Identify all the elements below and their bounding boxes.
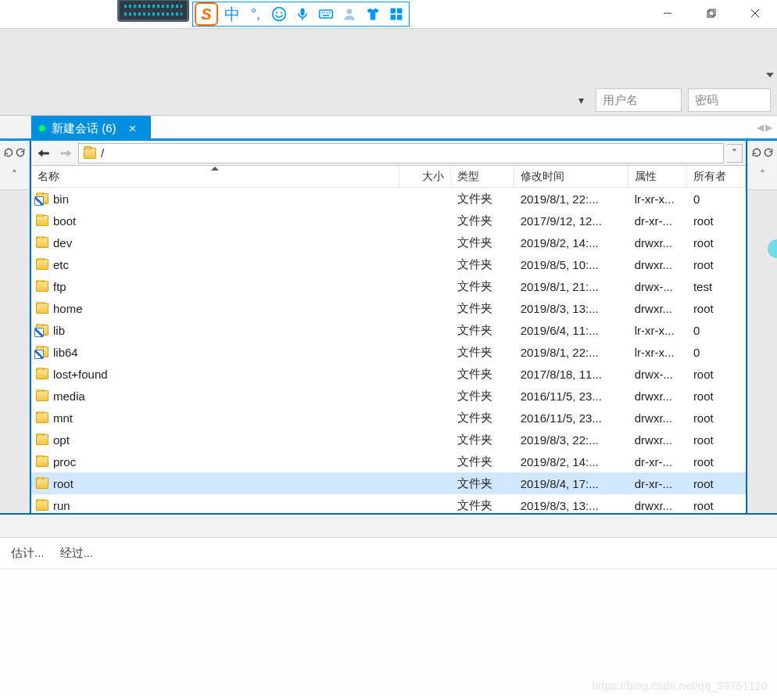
- connection-status-dot-icon: [39, 125, 45, 131]
- cell-mtime: 2019/8/4, 17:...: [514, 477, 628, 490]
- cell-owner: 0: [687, 192, 746, 206]
- nav-back-button[interactable]: [34, 144, 53, 163]
- cell-type: 文件夹: [451, 301, 514, 316]
- ribbon-overflow-icon[interactable]: [766, 73, 774, 81]
- cell-type: 文件夹: [451, 214, 514, 228]
- folder-icon: [36, 259, 48, 270]
- table-row[interactable]: bin文件夹2019/8/1, 22:...lr-xr-x...0: [31, 188, 746, 210]
- folder-link-icon: [36, 325, 48, 336]
- cell-mtime: 2019/8/1, 22:...: [514, 192, 628, 206]
- folder-icon: [36, 237, 48, 248]
- table-row[interactable]: root文件夹2019/8/4, 17:...dr-xr-...root: [31, 472, 746, 494]
- cell-owner: root: [687, 236, 746, 249]
- session-tab[interactable]: 新建会话 (6) ✕: [31, 116, 151, 141]
- tab-nav-arrows: ◀ ▶: [757, 116, 772, 138]
- host-dropdown-icon[interactable]: ▾: [572, 92, 589, 109]
- col-header-owner[interactable]: 所有者: [687, 166, 746, 187]
- toolbox-icon[interactable]: [387, 5, 406, 23]
- col-header-type[interactable]: 类型: [451, 166, 514, 187]
- file-name: run: [53, 499, 70, 512]
- emoji-icon[interactable]: [270, 5, 288, 23]
- titlebar-left-group: S 中 °,: [117, 0, 410, 27]
- folder-icon: [36, 281, 48, 292]
- ime-toolbar: S 中 °,: [192, 2, 410, 27]
- cell-name: etc: [31, 258, 399, 271]
- cell-mtime: 2019/8/3, 13:...: [514, 499, 628, 512]
- sogou-logo-icon[interactable]: S: [195, 2, 218, 26]
- maximize-button[interactable]: [689, 2, 733, 24]
- col-header-size[interactable]: 大小: [399, 166, 450, 187]
- cell-name: lost+found: [31, 368, 399, 381]
- cell-mtime: 2017/9/12, 12...: [514, 214, 628, 228]
- close-button[interactable]: [733, 2, 777, 24]
- cell-attr: drwxr...: [628, 389, 687, 403]
- left-refresh-button[interactable]: [3, 142, 26, 163]
- table-row[interactable]: lost+found文件夹2017/8/18, 11...drwx-...roo…: [31, 363, 746, 385]
- table-row[interactable]: opt文件夹2019/8/3, 22:...drwxr...root: [31, 429, 746, 451]
- table-row[interactable]: run文件夹2019/8/3, 13:...drwxr...root: [31, 494, 746, 513]
- cell-name: root: [31, 477, 399, 490]
- refresh-icon: [763, 147, 774, 158]
- file-name: lib: [53, 324, 65, 337]
- minimize-button[interactable]: [646, 2, 689, 24]
- table-row[interactable]: lib64文件夹2019/8/1, 22:...lr-xr-x...0: [31, 341, 746, 363]
- tab-title: 新建会话 (6): [52, 121, 116, 136]
- window-controls: [646, 2, 777, 25]
- folder-link-icon: [36, 193, 48, 204]
- table-row[interactable]: home文件夹2019/8/3, 13:...drwxr...root: [31, 297, 746, 319]
- watermark-text: https://blog.csdn.net/qq_39751120: [592, 680, 768, 692]
- nav-forward-button[interactable]: [56, 144, 75, 163]
- cell-name: lib64: [31, 346, 399, 359]
- table-row[interactable]: mnt文件夹2016/11/5, 23...drwxr...root: [31, 407, 746, 429]
- cell-owner: root: [687, 214, 746, 228]
- file-list-body[interactable]: bin文件夹2019/8/1, 22:...lr-xr-x...0boot文件夹…: [31, 188, 746, 513]
- cell-type: 文件夹: [451, 411, 514, 425]
- table-row[interactable]: media文件夹2016/11/5, 23...drwxr...root: [31, 385, 746, 407]
- ime-punct-toggle[interactable]: °,: [246, 5, 265, 23]
- svg-rect-6: [321, 13, 323, 14]
- table-row[interactable]: etc文件夹2019/8/5, 10:...drwxr...root: [31, 253, 746, 275]
- user-login-icon[interactable]: [340, 5, 359, 23]
- password-field[interactable]: 密码: [688, 88, 771, 112]
- folder-icon: [36, 456, 48, 467]
- table-row[interactable]: ftp文件夹2019/8/1, 21:...drwx-...test: [31, 275, 746, 297]
- svg-rect-5: [320, 10, 333, 18]
- cell-attr: drwx-...: [628, 368, 687, 381]
- cell-mtime: 2019/8/5, 10:...: [514, 258, 628, 271]
- tab-prev-icon[interactable]: ◀: [757, 122, 764, 133]
- path-dropdown-icon[interactable]: ˅: [727, 144, 743, 163]
- right-refresh-button[interactable]: [751, 142, 774, 163]
- cell-name: dev: [31, 236, 399, 249]
- col-header-mtime[interactable]: 修改时间: [514, 166, 628, 187]
- svg-rect-22: [60, 152, 67, 154]
- file-name: proc: [53, 455, 76, 468]
- file-name: dev: [53, 236, 72, 249]
- col-header-name[interactable]: 名称: [31, 166, 399, 187]
- table-row[interactable]: proc文件夹2019/8/2, 14:...dr-xr-...root: [31, 451, 746, 472]
- collapse-left-icon[interactable]: ˄: [8, 167, 22, 181]
- status-elapsed: 经过...: [60, 546, 94, 561]
- col-header-attr[interactable]: 属性: [628, 166, 687, 187]
- path-input[interactable]: /: [78, 143, 724, 163]
- transfer-status-bar: 估计... 经过...: [0, 538, 777, 569]
- cell-mtime: 2019/6/4, 11:...: [514, 324, 628, 337]
- tab-close-icon[interactable]: ✕: [127, 123, 138, 134]
- keyboard-icon[interactable]: [317, 5, 335, 23]
- file-name: mnt: [53, 411, 73, 425]
- cell-type: 文件夹: [451, 257, 514, 272]
- tab-next-icon[interactable]: ▶: [765, 122, 772, 133]
- skin-icon[interactable]: [363, 5, 382, 23]
- status-estimate: 估计...: [11, 546, 45, 561]
- cell-name: ftp: [31, 280, 399, 293]
- path-text: /: [101, 146, 104, 160]
- username-field[interactable]: 用户名: [596, 88, 682, 112]
- collapse-right-icon[interactable]: ˄: [756, 167, 770, 181]
- microphone-icon[interactable]: [293, 5, 312, 23]
- file-name: lib64: [53, 346, 78, 359]
- cell-name: opt: [31, 433, 399, 447]
- table-row[interactable]: dev文件夹2019/8/2, 14:...drwxr...root: [31, 232, 746, 253]
- ime-lang-toggle[interactable]: 中: [223, 5, 242, 23]
- table-row[interactable]: boot文件夹2017/9/12, 12...dr-xr-...root: [31, 210, 746, 232]
- table-row[interactable]: lib文件夹2019/6/4, 11:...lr-xr-x...0: [31, 319, 746, 341]
- folder-icon: [36, 478, 48, 489]
